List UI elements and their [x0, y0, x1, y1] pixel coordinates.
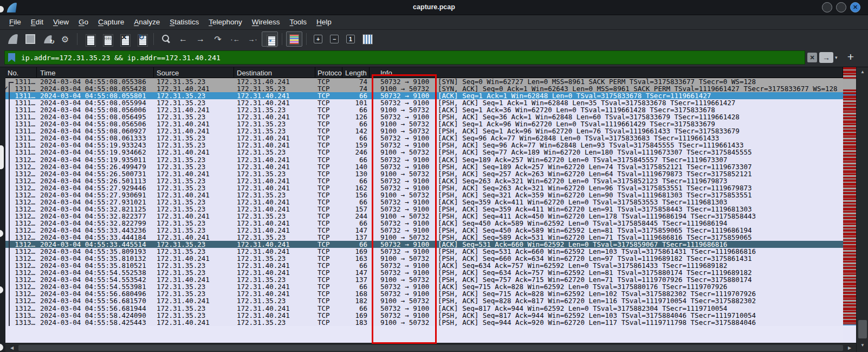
display-filter-input[interactable]	[20, 53, 805, 62]
time-cell: 2024-03-04 04:55:54.553981	[37, 283, 154, 290]
menu-capture[interactable]: Capture	[93, 15, 129, 26]
filter-add-button[interactable]: +	[844, 49, 857, 65]
packet-row[interactable]: 1312…2024-03-04 04:55:27.931021172.31.35…	[5, 199, 843, 206]
close-button[interactable]: ✕	[850, 2, 860, 12]
menu-view[interactable]: View	[48, 15, 74, 26]
length-cell: 162	[342, 184, 370, 191]
column-header-protocol[interactable]: Protocol	[315, 67, 342, 78]
packet-row[interactable]: 1311…2024-03-04 04:55:19.933243172.31.35…	[5, 142, 843, 149]
packet-row[interactable]: 1311…2024-03-04 04:55:08.055386172.31.35…	[5, 78, 843, 85]
packet-row[interactable]: 1312…2024-03-04 04:55:26.500731172.31.40…	[5, 170, 843, 177]
go-back-button[interactable]: ←	[175, 31, 191, 47]
minimize-button[interactable]	[822, 2, 832, 12]
go-to-packet-button[interactable]: ↷	[210, 31, 226, 47]
packet-row[interactable]: 1311…2024-03-04 04:55:19.934662172.31.40…	[5, 149, 843, 156]
next-packet-history-button[interactable]: →·	[244, 31, 261, 47]
packet-row[interactable]: 1312…2024-03-04 04:55:32.821125172.31.35…	[5, 206, 843, 213]
column-header-time[interactable]: Time	[37, 67, 154, 78]
no-cell: 1312…	[5, 248, 37, 255]
packet-row[interactable]: 1312…2024-03-04 04:55:27.930691172.31.40…	[5, 191, 843, 199]
packet-row[interactable]: 1312…2024-03-04 04:55:32.822799172.31.35…	[5, 220, 843, 227]
reload-capture-file-button[interactable]	[133, 31, 150, 47]
save-capture-file-button[interactable]	[99, 31, 115, 47]
display-filter-field[interactable]	[4, 50, 805, 65]
packet-row[interactable]: 1312…2024-03-04 04:55:27.929446172.31.35…	[5, 184, 843, 191]
packet-row[interactable]: 1312…2024-03-04 04:55:19.935011172.31.35…	[5, 156, 843, 163]
capture-options-button[interactable]: ⚙	[57, 31, 73, 47]
packet-row[interactable]: 1312…2024-03-04 04:55:32.822377172.31.40…	[5, 213, 843, 220]
filter-clear-button[interactable]: ✕	[807, 53, 817, 62]
zoom-out-button[interactable]: −	[330, 35, 339, 43]
packet-row[interactable]: 1312…2024-03-04 04:55:54.552538172.31.35…	[5, 269, 843, 276]
colorize-packets-button[interactable]	[286, 31, 302, 47]
packet-row[interactable]: 1311…2024-03-04 04:55:08.056506172.31.40…	[5, 120, 843, 127]
packet-row[interactable]: 1312…2024-03-04 04:55:33.443236172.31.35…	[5, 227, 843, 234]
go-forward-button[interactable]: →	[192, 31, 209, 47]
info-cell: 50732 → 9100[ACK] Seq=263 Ack=321 Win=62…	[370, 177, 843, 184]
start-capture-button[interactable]	[5, 31, 21, 47]
scroll-left-arrow-icon[interactable]: ◀	[8, 343, 16, 352]
packet-list-body[interactable]: 1311…2024-03-04 04:55:08.055386172.31.35…	[5, 78, 843, 327]
packet-minimap[interactable]	[843, 67, 856, 343]
vertical-scrollbar-thumb[interactable]	[858, 320, 867, 338]
packet-row[interactable]: 1311…2024-03-04 04:55:08.056006172.31.40…	[5, 106, 843, 113]
find-packet-button[interactable]	[158, 31, 174, 47]
zoom-in-button[interactable]: +	[314, 35, 322, 43]
packet-row[interactable]: 1313…2024-03-04 04:55:58.424090172.31.35…	[5, 312, 843, 319]
column-header-source[interactable]: Source	[154, 67, 234, 78]
scroll-right-arrow-icon[interactable]: ▶	[845, 343, 854, 352]
previous-packet-history-button[interactable]: ·←	[227, 31, 243, 47]
vertical-scrollbar[interactable]: ▲ ▼	[856, 67, 868, 352]
packet-row[interactable]: 1311…2024-03-04 04:55:08.060927172.31.40…	[5, 127, 843, 135]
open-capture-file-button[interactable]	[81, 31, 98, 47]
bookmark-icon[interactable]	[8, 53, 15, 62]
menu-tools[interactable]: Tools	[285, 15, 312, 26]
menu-wireless[interactable]: Wireless	[247, 15, 285, 26]
auto-scroll-live-capture-button[interactable]	[262, 31, 278, 47]
packet-row[interactable]: 1312…2024-03-04 04:55:35.810521172.31.35…	[5, 262, 843, 269]
packet-row[interactable]: 1312…2024-03-04 04:55:26.499479172.31.35…	[5, 163, 843, 170]
menu-statistics[interactable]: Statistics	[165, 15, 204, 26]
packet-row[interactable]: 1312…2024-03-04 04:55:56.681944172.31.35…	[5, 305, 843, 312]
packet-row[interactable]: 1312…2024-03-04 04:55:54.553981172.31.35…	[5, 283, 843, 290]
packet-row[interactable]: 1313…2024-03-04 04:55:58.425443172.31.40…	[5, 319, 843, 326]
packet-row[interactable]: 1312…2024-03-04 04:55:33.445514172.31.35…	[5, 241, 843, 248]
menu-telephony[interactable]: Telephony	[204, 15, 247, 26]
scroll-down-arrow-icon[interactable]: ▼	[857, 341, 868, 349]
destination-cell: 172.31.40.241	[234, 290, 315, 297]
column-header-destination[interactable]: Destination	[234, 67, 315, 78]
menu-analyze[interactable]: Analyze	[129, 15, 165, 26]
packet-row[interactable]: 1311…2024-03-04 04:55:08.061333172.31.35…	[5, 135, 843, 142]
packet-row[interactable]: 1312…2024-03-04 04:55:35.810132172.31.40…	[5, 255, 843, 262]
packet-row[interactable]: 1312…2024-03-04 04:55:35.809193172.31.35…	[5, 248, 843, 255]
packet-row[interactable]: 1311…2024-03-04 04:55:08.055994172.31.35…	[5, 99, 843, 106]
menu-go[interactable]: Go	[74, 15, 93, 26]
column-header-length[interactable]: Length	[342, 67, 370, 78]
column-header-info[interactable]: Info	[370, 67, 843, 78]
restart-capture-button[interactable]	[40, 31, 56, 47]
packet-row[interactable]: 1312…2024-03-04 04:55:56.681570172.31.40…	[5, 297, 843, 304]
packet-row[interactable]: 1311…2024-03-04 04:55:08.055428172.31.40…	[5, 85, 843, 92]
column-header-no[interactable]: No.	[5, 67, 37, 78]
zoom-100-button[interactable]: 1	[346, 35, 355, 43]
resize-columns-button[interactable]	[359, 31, 375, 47]
stop-capture-button[interactable]	[22, 31, 38, 47]
packet-row[interactable]: 1311…2024-03-04 04:55:08.056495172.31.35…	[5, 113, 843, 120]
packet-row[interactable]: 1312…2024-03-04 04:55:33.444184172.31.40…	[5, 234, 843, 241]
packet-row[interactable]: 1312…2024-03-04 04:55:56.680496172.31.35…	[5, 290, 843, 297]
scroll-up-arrow-icon[interactable]: ▲	[857, 67, 868, 76]
close-capture-file-button[interactable]	[116, 31, 132, 47]
maximize-button[interactable]	[836, 2, 846, 12]
menu-edit[interactable]: Edit	[26, 15, 48, 26]
packet-row[interactable]: 1312…2024-03-04 04:55:54.553542172.31.40…	[5, 276, 843, 283]
menu-help[interactable]: Help	[312, 15, 336, 26]
no-cell: 1312…	[5, 206, 37, 213]
filter-apply-button[interactable]: →	[819, 52, 833, 63]
source-cell: 172.31.40.241	[154, 276, 234, 283]
horizontal-scrollbar[interactable]: ◀ ▶	[5, 343, 856, 352]
filter-dropdown-caret-icon[interactable]: ▾	[835, 55, 838, 60]
packet-row[interactable]: 1312…2024-03-04 04:55:26.501113172.31.35…	[5, 177, 843, 184]
horizontal-scrollbar-thumb[interactable]	[18, 345, 843, 351]
menu-file[interactable]: File	[4, 15, 26, 26]
packet-row[interactable]: 1311…2024-03-04 04:55:08.055801172.31.35…	[5, 92, 843, 99]
